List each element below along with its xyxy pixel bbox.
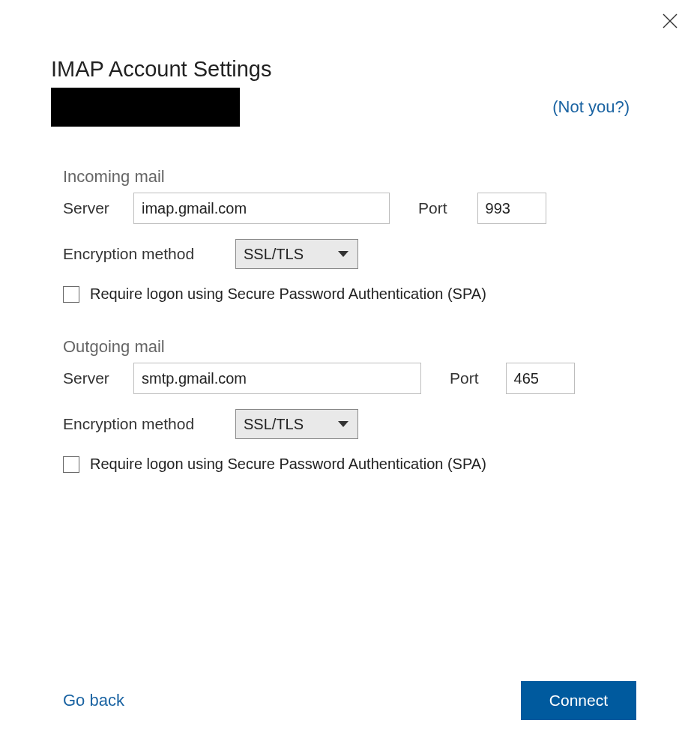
outgoing-port-label: Port bbox=[450, 369, 479, 387]
incoming-server-input[interactable] bbox=[133, 193, 390, 224]
page-title: IMAP Account Settings bbox=[51, 57, 651, 82]
outgoing-server-input[interactable] bbox=[133, 363, 421, 394]
incoming-port-label: Port bbox=[418, 199, 447, 217]
go-back-link[interactable]: Go back bbox=[63, 691, 124, 710]
connect-button[interactable]: Connect bbox=[521, 681, 636, 720]
outgoing-spa-label: Require logon using Secure Password Auth… bbox=[90, 456, 486, 473]
incoming-encryption-select[interactable]: SSL/TLS bbox=[235, 239, 358, 269]
outgoing-spa-checkbox[interactable] bbox=[63, 456, 79, 473]
outgoing-port-input[interactable] bbox=[506, 363, 575, 394]
outgoing-encryption-value: SSL/TLS bbox=[244, 416, 304, 433]
outgoing-server-label: Server bbox=[63, 369, 120, 387]
chevron-down-icon bbox=[338, 251, 349, 257]
outgoing-encryption-select[interactable]: SSL/TLS bbox=[235, 409, 358, 439]
account-email-redacted bbox=[51, 88, 240, 127]
chevron-down-icon bbox=[338, 421, 349, 427]
incoming-encryption-label: Encryption method bbox=[63, 245, 222, 263]
close-icon bbox=[661, 12, 679, 30]
outgoing-encryption-label: Encryption method bbox=[63, 415, 222, 433]
outgoing-section-title: Outgoing mail bbox=[63, 337, 651, 357]
not-you-link[interactable]: (Not you?) bbox=[552, 97, 630, 117]
incoming-section-title: Incoming mail bbox=[63, 167, 651, 187]
incoming-port-input[interactable] bbox=[477, 193, 546, 224]
close-button[interactable] bbox=[661, 12, 679, 30]
incoming-encryption-value: SSL/TLS bbox=[244, 246, 304, 263]
incoming-spa-checkbox[interactable] bbox=[63, 286, 79, 303]
incoming-spa-label: Require logon using Secure Password Auth… bbox=[90, 285, 486, 303]
incoming-server-label: Server bbox=[63, 199, 120, 217]
